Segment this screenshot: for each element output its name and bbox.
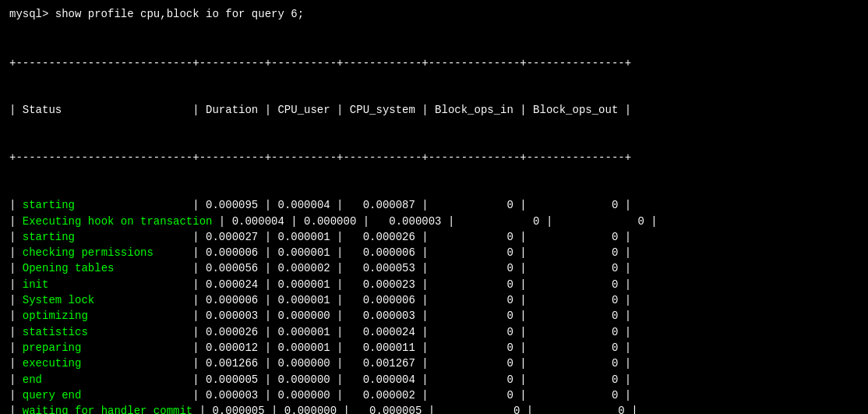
table-row: | optimizing | 0.000003 | 0.000000 | 0.0…	[9, 308, 859, 324]
table-row: | starting | 0.000027 | 0.000001 | 0.000…	[9, 229, 859, 245]
table-row: | init | 0.000024 | 0.000001 | 0.000023 …	[9, 277, 859, 292]
status-cell: waiting for handler commit	[23, 405, 192, 414]
status-cell: starting	[23, 231, 186, 243]
table-row: | preparing | 0.000012 | 0.000001 | 0.00…	[9, 340, 859, 356]
status-cell: executing	[23, 357, 186, 370]
separator-mid: +---------------------------+----------+…	[9, 150, 859, 165]
status-cell: Opening tables	[23, 262, 186, 274]
status-cell: init	[23, 278, 186, 291]
status-cell: optimizing	[23, 310, 186, 322]
header-row: | Status | Duration | CPU_user | CPU_sys…	[9, 102, 859, 118]
status-cell: query end	[23, 389, 186, 402]
status-cell: checking permissions	[23, 246, 186, 259]
data-rows: | starting | 0.000095 | 0.000004 | 0.000…	[9, 197, 859, 414]
status-cell: statistics	[23, 326, 186, 338]
status-cell: starting	[23, 199, 186, 211]
table-row: | Opening tables | 0.000056 | 0.000002 |…	[9, 260, 859, 276]
table-row: | checking permissions | 0.000006 | 0.00…	[9, 245, 859, 260]
table-row: | end | 0.000005 | 0.000000 | 0.000004 |…	[9, 372, 859, 387]
status-cell: System lock	[23, 294, 186, 306]
prompt-line: mysql> show profile cpu,block io for que…	[9, 8, 859, 20]
table-container: +---------------------------+----------+…	[9, 23, 859, 414]
status-cell: end	[23, 373, 186, 386]
separator-top: +---------------------------+----------+…	[9, 55, 859, 71]
status-cell: Executing hook on transaction	[23, 215, 213, 228]
table-row: | System lock | 0.000006 | 0.000001 | 0.…	[9, 292, 859, 308]
table-row: | statistics | 0.000026 | 0.000001 | 0.0…	[9, 324, 859, 340]
table-row: | waiting for handler commit | 0.000005 …	[9, 403, 859, 414]
status-cell: preparing	[23, 341, 186, 354]
table-row: | Executing hook on transaction | 0.0000…	[9, 214, 859, 229]
table-row: | executing | 0.001266 | 0.000000 | 0.00…	[9, 356, 859, 371]
terminal-window: mysql> show profile cpu,block io for que…	[9, 8, 859, 414]
table-row: | starting | 0.000095 | 0.000004 | 0.000…	[9, 197, 859, 213]
table-row: | query end | 0.000003 | 0.000000 | 0.00…	[9, 387, 859, 403]
